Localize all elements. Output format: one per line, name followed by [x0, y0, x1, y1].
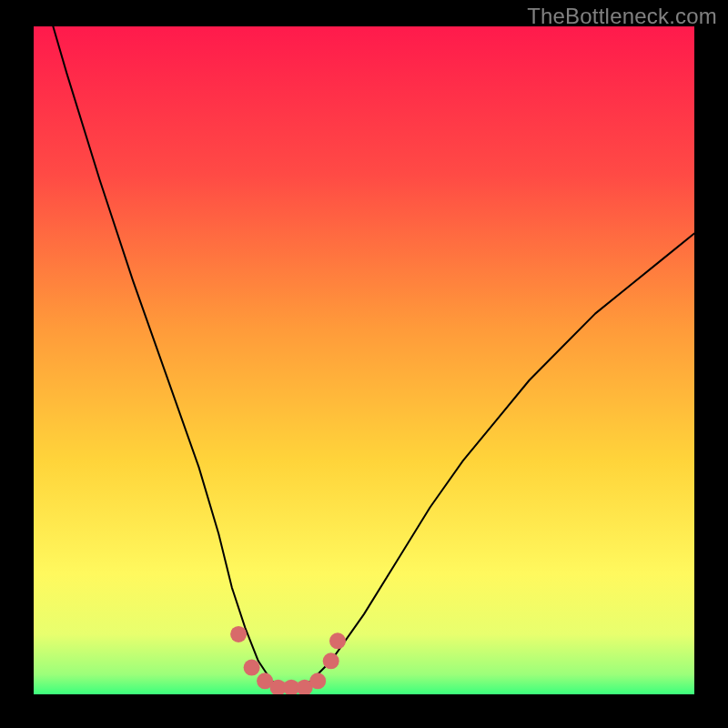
marker-dot [329, 632, 346, 649]
plot-svg [34, 26, 694, 694]
gradient-background [34, 26, 694, 694]
marker-dot [230, 626, 247, 642]
marker-dot [309, 672, 326, 689]
plot-area [34, 26, 694, 694]
marker-dot [244, 660, 260, 676]
marker-dot [323, 652, 339, 669]
watermark-text: TheBottleneck.com [527, 4, 717, 29]
chart-frame: TheBottleneck.com [0, 0, 728, 728]
